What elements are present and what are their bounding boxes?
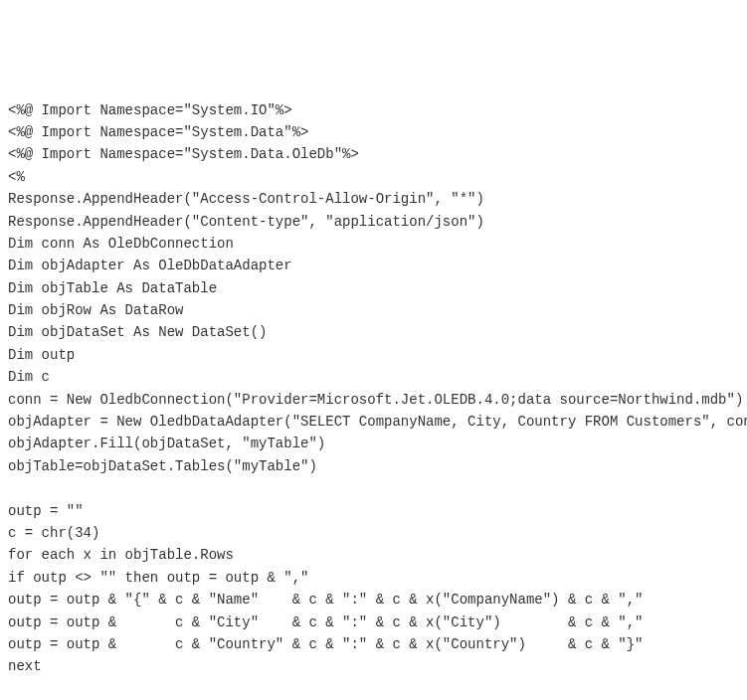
code-line: Response.AppendHeader("Access-Control-Al…: [8, 188, 739, 210]
code-line: for each x in objTable.Rows: [8, 544, 739, 566]
code-line: c = chr(34): [8, 522, 739, 544]
code-line: next: [8, 655, 739, 677]
code-line: <%: [8, 166, 739, 188]
code-line: outp = outp & "{" & c & "Name" & c & ":"…: [8, 589, 739, 611]
code-line: outp = "": [8, 500, 739, 522]
code-line: outp = outp & c & "City" & c & ":" & c &…: [8, 612, 739, 633]
code-line: conn = New OledbConnection("Provider=Mic…: [8, 389, 739, 411]
code-line: Dim c: [8, 366, 739, 388]
code-line: [8, 477, 739, 499]
code-line: [8, 678, 739, 700]
code-line: Dim objTable As DataTable: [8, 277, 739, 299]
code-line: Dim objDataSet As New DataSet(): [8, 321, 739, 343]
code-line: objAdapter = New OledbDataAdapter("SELEC…: [8, 411, 739, 433]
code-line: if outp <> "" then outp = outp & ",": [8, 567, 739, 589]
code-line: <%@ Import Namespace="System.Data.OleDb"…: [8, 143, 739, 165]
code-line: Dim objAdapter As OleDbDataAdapter: [8, 255, 739, 276]
code-line: objAdapter.Fill(objDataSet, "myTable"): [8, 433, 739, 454]
code-line: objTable=objDataSet.Tables("myTable"): [8, 455, 739, 477]
code-line: Dim objRow As DataRow: [8, 299, 739, 321]
code-line: Response.AppendHeader("Content-type", "a…: [8, 211, 739, 233]
code-line: Dim conn As OleDbConnection: [8, 233, 739, 255]
code-line: <%@ Import Namespace="System.IO"%>: [8, 99, 739, 121]
code-line: outp = outp & c & "Country" & c & ":" & …: [8, 633, 739, 655]
code-line: <%@ Import Namespace="System.Data"%>: [8, 121, 739, 143]
code-block: <%@ Import Namespace="System.IO"%><%@ Im…: [8, 99, 739, 700]
code-line: Dim outp: [8, 344, 739, 366]
